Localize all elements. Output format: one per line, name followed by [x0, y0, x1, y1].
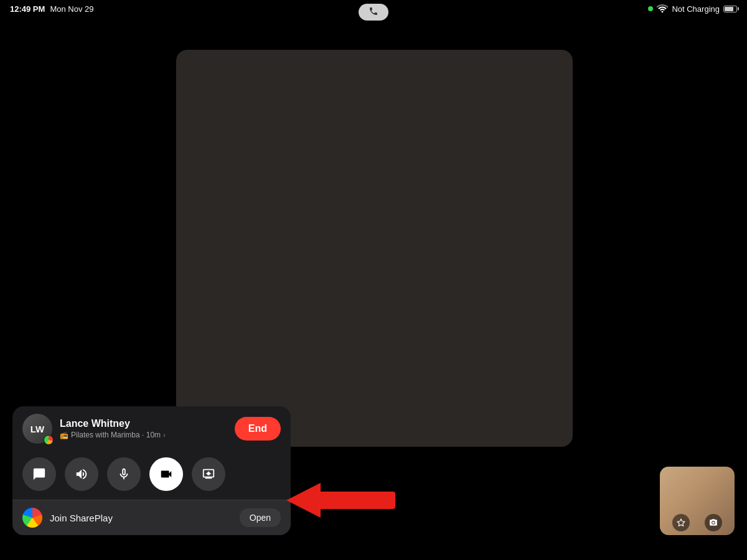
self-view-camera-button[interactable] [705, 514, 722, 531]
arrow-indicator [286, 483, 395, 518]
camera-button[interactable] [149, 457, 183, 491]
shareplay-label: Join SharePlay [50, 513, 232, 523]
arrow-head [286, 483, 321, 518]
call-banner[interactable] [359, 4, 388, 21]
arrow-body [321, 492, 395, 509]
controls-row [12, 451, 291, 500]
status-time: 12:49 PM [10, 4, 45, 14]
caller-row: LW Lance Whitney 📻 Pilates with Marimba … [12, 406, 291, 451]
battery-status-text: Not Charging [672, 4, 720, 14]
activity-ring [44, 435, 54, 445]
call-panel: LW Lance Whitney 📻 Pilates with Marimba … [12, 406, 291, 535]
caller-avatar: LW [22, 414, 52, 444]
svg-marker-0 [677, 519, 685, 526]
chevron-icon: › [163, 431, 166, 439]
caller-subtext: Pilates with Marimba · 10m [71, 431, 161, 439]
video-main [176, 50, 573, 447]
self-view-thumbnail[interactable] [660, 467, 735, 535]
mute-button[interactable] [107, 457, 141, 491]
caller-sub: 📻 Pilates with Marimba · 10m › [60, 431, 227, 439]
shareplay-row: Join SharePlay Open [12, 500, 291, 535]
open-shareplay-button[interactable]: Open [240, 508, 281, 527]
self-view-controls [660, 514, 735, 531]
speaker-button[interactable] [65, 457, 98, 491]
avatar-initials: LW [31, 424, 45, 434]
status-date: Mon Nov 29 [50, 4, 93, 14]
end-call-button[interactable]: End [235, 417, 281, 441]
shareplay-icon [22, 508, 42, 528]
wifi-icon [657, 4, 668, 14]
ringtone-icon: 📻 [60, 431, 68, 439]
phone-icon [369, 6, 378, 18]
status-dot-green [648, 6, 653, 11]
sharescreen-button[interactable] [192, 457, 225, 491]
caller-name: Lance Whitney [60, 418, 227, 429]
self-view-star-button[interactable] [672, 514, 690, 531]
battery-icon [723, 6, 737, 12]
caller-info: Lance Whitney 📻 Pilates with Marimba · 1… [60, 418, 227, 439]
status-right: Not Charging [648, 4, 737, 14]
message-button[interactable] [22, 457, 56, 491]
